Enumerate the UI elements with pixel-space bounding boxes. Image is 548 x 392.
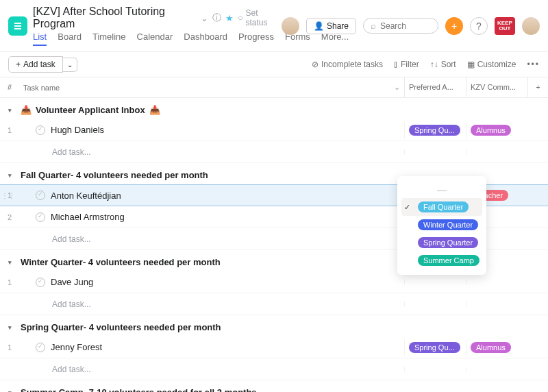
option-pill: Fall Quarter	[418, 201, 469, 212]
section-title: Fall Quarter- 4 volunteers needed per mo…	[21, 170, 208, 180]
collapse-caret-icon[interactable]: ▾	[8, 107, 16, 114]
user-avatar[interactable]	[522, 17, 540, 35]
keepout-badge: KEEP OUT	[495, 17, 515, 35]
dropdown-placeholder: —	[401, 182, 482, 198]
add-task-label: Add task	[23, 60, 55, 69]
row-number: 2	[0, 208, 19, 227]
add-task-placeholder: Add task...	[36, 147, 91, 157]
set-status-button[interactable]: ○ Set status	[238, 8, 276, 27]
tag-pill: Spring Qu...	[409, 342, 460, 353]
title-chevron-icon[interactable]: ⌄	[201, 13, 208, 23]
col-number: #	[0, 77, 19, 97]
tabs: ListBoardTimelineCalendarDashboardProgre…	[33, 32, 276, 46]
task-name[interactable]: Anton Keuftédjian	[51, 191, 121, 201]
complete-checkbox[interactable]	[36, 191, 45, 200]
add-task-row[interactable]: Add task...	[0, 293, 548, 315]
member-avatar[interactable]	[282, 17, 299, 35]
row-number: 1	[0, 338, 19, 357]
add-task-row[interactable]: Add task...	[0, 141, 548, 163]
collapse-caret-icon[interactable]: ▾	[8, 259, 16, 266]
dropdown-option[interactable]: Spring Quarter	[401, 234, 482, 252]
search-box[interactable]: ⌕	[363, 18, 438, 34]
incomplete-label: Incomplete tasks	[321, 60, 383, 69]
task-name[interactable]: Jenny Forest	[51, 342, 102, 352]
task-row[interactable]: 1Hugh DanielsSpring Qu...Alumnus	[0, 119, 548, 141]
dropdown-option[interactable]: Winter Quarter	[401, 216, 482, 234]
collapse-caret-icon[interactable]: ▾	[8, 172, 16, 179]
inbox-emoji-icon: 📥	[21, 105, 32, 115]
incomplete-filter[interactable]: ⊘ Incomplete tasks	[312, 60, 383, 69]
task-name[interactable]: Hugh Daniels	[51, 125, 104, 135]
row-number: 1	[0, 273, 19, 292]
section-header[interactable]: ▾📥Volunteer Applicant Inbox📥	[0, 98, 548, 119]
col-add[interactable]: +	[527, 77, 548, 97]
tab-list[interactable]: List	[33, 32, 47, 46]
sort-button[interactable]: ↑↓ Sort	[430, 60, 456, 69]
option-pill: Spring Quarter	[418, 237, 478, 248]
section-title: Winter Quarter- 4 volunteers needed per …	[21, 257, 221, 267]
preferred-dropdown-menu: — ✓Fall QuarterWinter QuarterSpring Quar…	[397, 176, 486, 275]
star-icon[interactable]: ★	[225, 13, 234, 23]
complete-checkbox[interactable]	[36, 343, 45, 352]
add-task-placeholder: Add task...	[36, 365, 91, 374]
tab-progress[interactable]: Progress	[238, 32, 274, 46]
dropdown-option[interactable]: ✓Fall Quarter	[401, 198, 482, 216]
share-label: Share	[327, 21, 349, 31]
customize-label: Customize	[477, 60, 516, 69]
search-icon: ⌕	[371, 21, 376, 31]
global-add-button[interactable]: +	[445, 17, 463, 35]
task-row[interactable]: 1Jenny ForestSpring Qu...Alumnus	[0, 336, 548, 358]
complete-checkbox[interactable]	[36, 125, 45, 135]
section-title: Summer Camp- 7-10 volunteers needed for …	[21, 387, 257, 392]
complete-checkbox[interactable]	[36, 278, 45, 287]
help-button[interactable]: ?	[470, 17, 488, 35]
chevron-down-icon[interactable]: ⌄	[394, 83, 400, 92]
section-header[interactable]: ▾Summer Camp- 7-10 volunteers needed for…	[0, 380, 548, 392]
section-header[interactable]: ▾Spring Quarter- 4 volunteers needed per…	[0, 315, 548, 336]
tag-pill: Spring Qu...	[409, 125, 460, 136]
section-title: Spring Quarter- 4 volunteers needed per …	[21, 322, 221, 332]
option-pill: Winter Quarter	[418, 219, 478, 230]
share-button[interactable]: 👤 Share	[306, 18, 356, 34]
col-community[interactable]: KZV Comm...	[466, 77, 527, 97]
tag-pill: Alumnus	[471, 125, 511, 136]
complete-checkbox[interactable]	[36, 212, 45, 222]
drag-handle-icon[interactable]: ⋮⋮	[1, 192, 15, 199]
project-icon[interactable]	[8, 16, 27, 36]
add-task-row[interactable]: Add task...	[0, 358, 548, 380]
filter-label: Filter	[401, 60, 419, 69]
col-preferred[interactable]: Preferred A...	[404, 77, 466, 97]
top-header: [KZV] After School Tutoring Program ⌄ ⓘ …	[0, 0, 548, 52]
filter-button[interactable]: ⫿ Filter	[394, 60, 419, 69]
tab-calendar[interactable]: Calendar	[137, 32, 173, 46]
more-actions-button[interactable]: •••	[527, 60, 540, 69]
sort-label: Sort	[441, 60, 456, 69]
row-number: 1	[0, 121, 19, 140]
inbox-emoji-icon: 📥	[149, 105, 160, 115]
task-name[interactable]: Michael Armstrong	[51, 212, 125, 222]
check-icon: ✓	[404, 203, 414, 212]
dropdown-option[interactable]: Summer Camp	[401, 252, 482, 269]
tab-dashboard[interactable]: Dashboard	[184, 32, 227, 46]
add-task-placeholder: Add task...	[36, 299, 91, 309]
toolbar: + Add task ⌄ ⊘ Incomplete tasks ⫿ Filter…	[0, 52, 548, 77]
tab-timeline[interactable]: Timeline	[92, 32, 126, 46]
add-task-dropdown[interactable]: ⌄	[63, 58, 77, 72]
customize-button[interactable]: ▦ Customize	[467, 60, 516, 69]
set-status-label: Set status	[246, 8, 276, 27]
collapse-caret-icon[interactable]: ▾	[8, 324, 16, 331]
column-headers: # Task name⌄ Preferred A... KZV Comm... …	[0, 77, 548, 98]
project-title[interactable]: [KZV] After School Tutoring Program	[33, 5, 197, 30]
tab-board[interactable]: Board	[58, 32, 82, 46]
search-input[interactable]	[380, 21, 428, 31]
option-pill: Summer Camp	[418, 255, 480, 266]
collapse-caret-icon[interactable]: ▾	[8, 389, 16, 393]
tag-pill: Alumnus	[471, 342, 511, 353]
info-icon[interactable]: ⓘ	[212, 12, 221, 24]
task-name[interactable]: Dave Jung	[51, 277, 93, 287]
col-task-name[interactable]: Task name⌄	[19, 77, 404, 97]
add-task-placeholder: Add task...	[36, 234, 91, 244]
add-task-button[interactable]: + Add task	[8, 56, 63, 73]
section-title: Volunteer Applicant Inbox	[36, 105, 145, 115]
